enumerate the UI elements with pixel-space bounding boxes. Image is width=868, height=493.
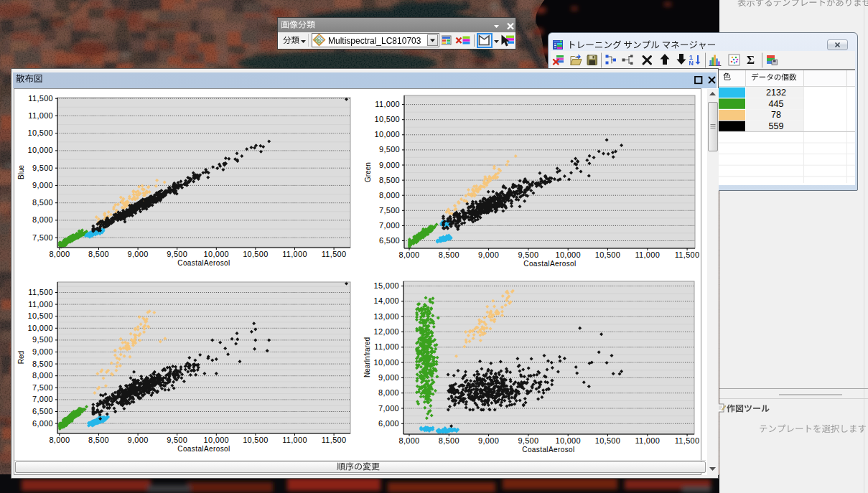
svg-text:10,500: 10,500 — [243, 250, 268, 258]
svg-text:6,000: 6,000 — [378, 419, 399, 428]
svg-text:CoastalAerosol: CoastalAerosol — [177, 259, 230, 267]
svg-text:78: 78 — [771, 110, 781, 120]
svg-text:8,500: 8,500 — [88, 250, 109, 258]
svg-text:10,000: 10,000 — [28, 146, 53, 154]
svg-text:10,500: 10,500 — [375, 115, 400, 123]
svg-text:11,000: 11,000 — [28, 111, 53, 120]
svg-text:10,000: 10,000 — [204, 436, 229, 444]
svg-text:9,500: 9,500 — [32, 164, 53, 172]
svg-text:Green: Green — [364, 162, 372, 182]
svg-text:11,500: 11,500 — [675, 250, 700, 259]
svg-text:11,500: 11,500 — [28, 94, 53, 103]
svg-text:8,500: 8,500 — [439, 436, 459, 445]
svg-text:NearInfrared: NearInfrared — [363, 337, 371, 377]
svg-text:9,500: 9,500 — [518, 250, 538, 259]
svg-text:9,000: 9,000 — [378, 373, 399, 382]
svg-text:7,500: 7,500 — [32, 233, 53, 242]
svg-text:11,500: 11,500 — [28, 288, 53, 296]
svg-text:559: 559 — [769, 121, 784, 131]
svg-text:8,000: 8,000 — [32, 371, 53, 380]
svg-text:10,000: 10,000 — [375, 130, 400, 138]
svg-text:11,000: 11,000 — [374, 342, 399, 351]
svg-text:11,000: 11,000 — [635, 250, 660, 259]
svg-text:11,000: 11,000 — [28, 300, 53, 309]
svg-text:8,500: 8,500 — [439, 250, 459, 259]
svg-text:9,000: 9,000 — [32, 181, 53, 189]
svg-text:10,000: 10,000 — [555, 250, 580, 259]
svg-text:10,500: 10,500 — [28, 311, 53, 320]
svg-text:10,000: 10,000 — [204, 250, 229, 258]
svg-text:9,500: 9,500 — [167, 250, 187, 258]
svg-text:11,000: 11,000 — [375, 100, 400, 108]
svg-text:6,500: 6,500 — [32, 407, 53, 415]
svg-text:10,500: 10,500 — [595, 250, 620, 259]
svg-text:8,000: 8,000 — [49, 436, 70, 444]
svg-text:10,000: 10,000 — [374, 358, 399, 367]
svg-text:10,000: 10,000 — [28, 324, 53, 332]
svg-text:8,500: 8,500 — [379, 176, 400, 184]
svg-text:CoastalAerosol: CoastalAerosol — [522, 446, 574, 454]
svg-text:Σ: Σ — [747, 53, 755, 67]
svg-text:9,500: 9,500 — [32, 335, 53, 344]
svg-text:8,000: 8,000 — [378, 388, 399, 397]
svg-text:8,000: 8,000 — [398, 436, 419, 445]
svg-text:11,500: 11,500 — [322, 250, 347, 258]
svg-text:10,500: 10,500 — [243, 436, 268, 444]
svg-text:Blue: Blue — [17, 165, 25, 179]
svg-text:10,500: 10,500 — [28, 128, 53, 137]
svg-text:6,500: 6,500 — [379, 236, 400, 245]
svg-text:9,000: 9,000 — [128, 436, 149, 444]
svg-text:9,000: 9,000 — [32, 347, 53, 356]
svg-text:7,000: 7,000 — [379, 221, 400, 230]
svg-text:13,000: 13,000 — [374, 312, 399, 321]
svg-text:8,000: 8,000 — [398, 250, 419, 259]
svg-text:10,000: 10,000 — [555, 436, 580, 445]
svg-text:8,000: 8,000 — [379, 191, 400, 199]
svg-text:10,500: 10,500 — [595, 436, 620, 445]
svg-text:6,000: 6,000 — [32, 419, 53, 428]
svg-text:CoastalAerosol: CoastalAerosol — [177, 445, 230, 453]
svg-text:9,000: 9,000 — [128, 250, 149, 258]
svg-text:11,000: 11,000 — [282, 436, 307, 444]
svg-text:9,000: 9,000 — [478, 436, 499, 445]
svg-text:9,000: 9,000 — [379, 161, 400, 169]
svg-text:12,000: 12,000 — [374, 327, 399, 336]
svg-text:7,000: 7,000 — [378, 404, 399, 413]
svg-text:2132: 2132 — [766, 88, 786, 98]
svg-text:11,000: 11,000 — [282, 250, 307, 258]
svg-text:8,000: 8,000 — [32, 215, 53, 224]
svg-text:CoastalAerosol: CoastalAerosol — [523, 260, 576, 268]
svg-text:15,000: 15,000 — [374, 281, 399, 290]
svg-text:9,000: 9,000 — [478, 250, 499, 259]
svg-text:11,500: 11,500 — [322, 436, 347, 444]
svg-text:11,000: 11,000 — [635, 436, 660, 445]
svg-text:8,000: 8,000 — [49, 250, 70, 258]
svg-text:9,500: 9,500 — [379, 145, 400, 154]
svg-text:8,500: 8,500 — [32, 360, 53, 368]
svg-text:7,000: 7,000 — [32, 395, 53, 403]
svg-text:9,500: 9,500 — [167, 436, 187, 444]
svg-text:445: 445 — [769, 99, 784, 109]
svg-text:Red: Red — [17, 351, 25, 364]
svg-text:8,500: 8,500 — [88, 436, 109, 444]
svg-text:7,500: 7,500 — [32, 383, 53, 392]
svg-text:7,500: 7,500 — [379, 206, 400, 215]
svg-text:14,000: 14,000 — [374, 296, 399, 305]
svg-text:11,500: 11,500 — [675, 436, 700, 445]
svg-text:9,500: 9,500 — [518, 436, 538, 445]
svg-text:8,500: 8,500 — [32, 198, 53, 207]
